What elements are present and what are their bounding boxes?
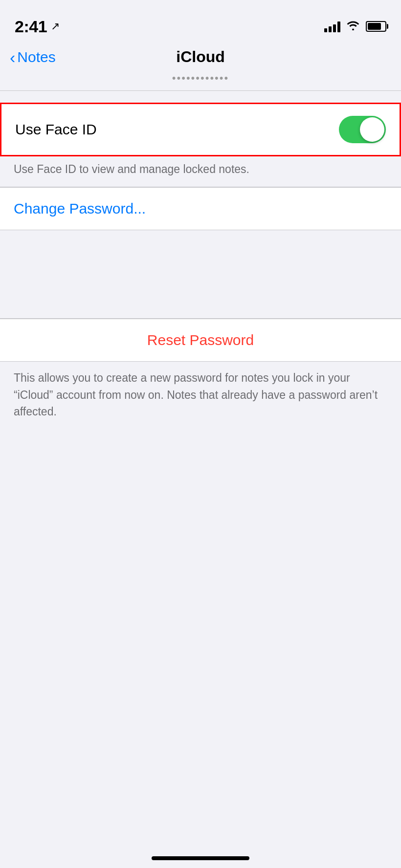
battery-icon [366,21,386,32]
back-label: Notes [17,49,55,65]
face-id-label: Use Face ID [15,121,97,138]
home-indicator [152,856,249,860]
reset-password-description: This allows you to create a new password… [0,362,401,432]
navigation-bar: ‹ Notes iCloud [0,43,401,72]
page-title: iCloud [176,48,225,66]
change-password-row[interactable]: Change Password... [0,187,401,230]
large-spacing [0,230,401,318]
chevron-left-icon: ‹ [10,49,15,65]
account-subtitle: •••••••••••• [172,72,229,88]
status-icons [324,20,386,33]
wifi-icon [346,20,360,33]
change-password-label: Change Password... [14,200,146,217]
status-bar: 2:41 ↗ [0,0,401,43]
reset-password-row[interactable]: Reset Password [0,319,401,362]
face-id-toggle[interactable] [339,116,386,143]
face-id-row: Use Face ID [1,104,400,155]
signal-icon [324,21,340,32]
reset-password-label: Reset Password [147,332,254,348]
face-id-section: Use Face ID [0,103,401,156]
back-button[interactable]: ‹ Notes [10,49,56,65]
toggle-knob [360,117,384,142]
face-id-description: Use Face ID to view and manage locked no… [0,156,401,187]
location-icon: ↗ [51,20,60,33]
status-time: 2:41 [15,17,47,36]
